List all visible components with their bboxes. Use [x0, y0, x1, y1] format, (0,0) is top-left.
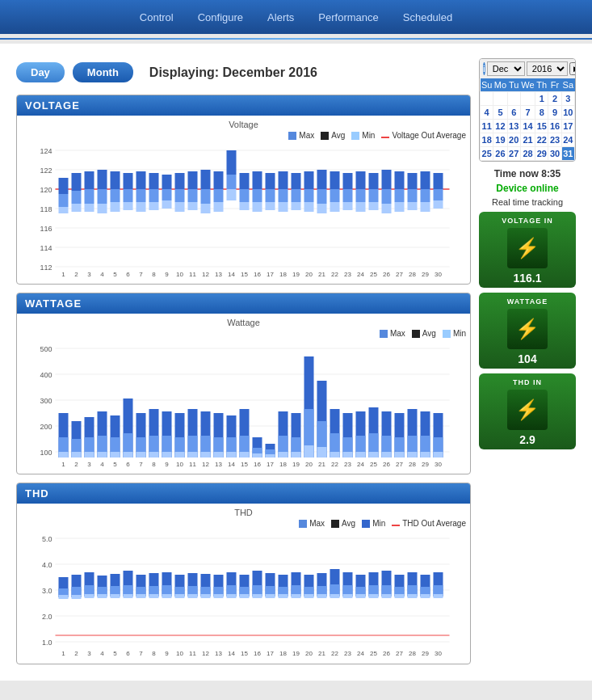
cal-day-23[interactable]: 23 — [548, 133, 561, 147]
cal-day-14[interactable]: 14 — [520, 120, 535, 133]
svg-rect-59 — [240, 202, 250, 210]
cal-day-30[interactable]: 30 — [548, 147, 561, 161]
svg-text:22: 22 — [331, 271, 338, 278]
cal-day-26[interactable]: 26 — [493, 147, 507, 161]
svg-text:2: 2 — [74, 461, 78, 468]
svg-text:14: 14 — [228, 650, 235, 657]
calendar-container: i Dec Jan Feb Mar Apr May Jun Jul Aug Se… — [479, 58, 576, 162]
cal-day-2[interactable]: 2 — [548, 92, 561, 106]
cal-day-9[interactable]: 9 — [548, 106, 561, 120]
svg-text:25: 25 — [370, 271, 377, 278]
svg-text:27: 27 — [396, 271, 403, 278]
svg-rect-104 — [434, 200, 443, 209]
cal-day-11[interactable]: 11 — [481, 120, 493, 133]
cal-week-2: 4 5 6 7 8 9 10 — [481, 106, 575, 120]
cal-day-13[interactable]: 13 — [507, 120, 520, 133]
cal-day-21[interactable]: 21 — [520, 133, 535, 147]
svg-rect-71 — [292, 202, 301, 210]
svg-rect-201 — [292, 452, 301, 458]
svg-rect-207 — [317, 447, 327, 458]
cal-day-7[interactable]: 7 — [520, 106, 535, 120]
cal-day-3[interactable]: 3 — [561, 92, 574, 106]
year-select[interactable]: 2016 2017 — [527, 61, 568, 76]
svg-rect-70 — [292, 189, 301, 202]
month-button[interactable]: Month — [73, 62, 133, 82]
nav-control[interactable]: Control — [140, 11, 174, 23]
cal-day-15[interactable]: 15 — [535, 120, 548, 133]
nav-scheduled[interactable]: Scheduled — [403, 11, 452, 23]
svg-rect-287 — [98, 594, 107, 598]
svg-text:17: 17 — [267, 461, 274, 468]
cal-day-12[interactable]: 12 — [493, 120, 507, 133]
svg-rect-335 — [304, 594, 314, 598]
svg-rect-213 — [343, 452, 353, 458]
cal-day-4[interactable]: 4 — [481, 106, 493, 120]
month-select[interactable]: Dec Jan Feb Mar Apr May Jun Jul Aug Sep … — [487, 61, 525, 76]
svg-rect-195 — [266, 454, 275, 458]
svg-rect-82 — [343, 189, 353, 202]
svg-rect-80 — [330, 202, 340, 212]
svg-text:2.0: 2.0 — [42, 613, 52, 621]
cal-week-1: 1 2 3 — [481, 92, 575, 106]
cal-day-24[interactable]: 24 — [561, 133, 574, 147]
svg-rect-65 — [266, 202, 275, 210]
cal-day-22[interactable]: 22 — [535, 133, 548, 147]
cal-day-16[interactable]: 16 — [548, 120, 561, 133]
svg-rect-67 — [279, 189, 288, 202]
svg-rect-311 — [201, 594, 211, 598]
cal-day-25[interactable]: 25 — [481, 147, 493, 161]
nav-configure[interactable]: Configure — [198, 11, 243, 23]
cal-day-10[interactable]: 10 — [561, 106, 574, 120]
svg-text:2: 2 — [74, 271, 78, 278]
cal-day-6[interactable]: 6 — [507, 106, 520, 120]
cal-day-18[interactable]: 18 — [481, 133, 493, 147]
cal-day-28[interactable]: 28 — [520, 147, 535, 161]
svg-rect-45 — [188, 171, 198, 189]
voltage-chart-title: Voltage — [21, 120, 466, 129]
cal-day-5[interactable]: 5 — [493, 106, 507, 120]
svg-rect-101 — [421, 202, 430, 212]
svg-rect-30 — [124, 173, 133, 189]
svg-rect-323 — [253, 594, 262, 598]
svg-rect-27 — [111, 171, 120, 189]
svg-rect-281 — [72, 595, 82, 599]
svg-text:11: 11 — [189, 650, 196, 657]
svg-text:114: 114 — [40, 244, 52, 252]
svg-rect-66 — [279, 171, 288, 189]
svg-rect-314 — [214, 594, 224, 598]
nav-alerts[interactable]: Alerts — [267, 11, 294, 23]
thd-chart-title: THD — [21, 508, 466, 517]
calendar-go-button[interactable]: ▶ — [569, 62, 576, 75]
displaying-text: Displaying: December 2016 — [149, 65, 317, 80]
svg-rect-147 — [59, 452, 69, 458]
nav-performance[interactable]: Performance — [318, 11, 378, 23]
svg-text:11: 11 — [189, 271, 196, 278]
cal-day-29[interactable]: 29 — [535, 147, 548, 161]
svg-text:30: 30 — [435, 271, 442, 278]
svg-rect-78 — [330, 171, 340, 189]
legend-out-color — [381, 137, 389, 138]
top-divider — [0, 38, 592, 40]
svg-text:9: 9 — [165, 650, 169, 657]
svg-rect-162 — [124, 452, 133, 458]
day-button[interactable]: Day — [16, 62, 65, 82]
cal-day-31[interactable]: 31 — [561, 147, 574, 161]
svg-rect-353 — [382, 594, 392, 598]
cal-day-27[interactable]: 27 — [507, 147, 520, 161]
calendar-info-icon[interactable]: i — [483, 62, 485, 75]
svg-text:19: 19 — [292, 271, 300, 278]
svg-text:118: 118 — [40, 205, 52, 213]
cal-day-17[interactable]: 17 — [561, 120, 574, 133]
cal-header-mo: Mo — [493, 78, 507, 92]
cal-day-8[interactable]: 8 — [535, 106, 548, 120]
cal-day-1[interactable]: 1 — [535, 92, 548, 106]
cal-header-tu: Tu — [507, 78, 520, 92]
svg-rect-20 — [72, 204, 82, 212]
svg-text:4: 4 — [100, 461, 104, 468]
cal-day-20[interactable]: 20 — [507, 133, 520, 147]
cal-day-19[interactable]: 19 — [493, 133, 507, 147]
svg-rect-189 — [240, 452, 250, 458]
svg-text:27: 27 — [396, 461, 403, 468]
svg-text:116: 116 — [40, 225, 52, 233]
svg-rect-338 — [317, 594, 327, 598]
